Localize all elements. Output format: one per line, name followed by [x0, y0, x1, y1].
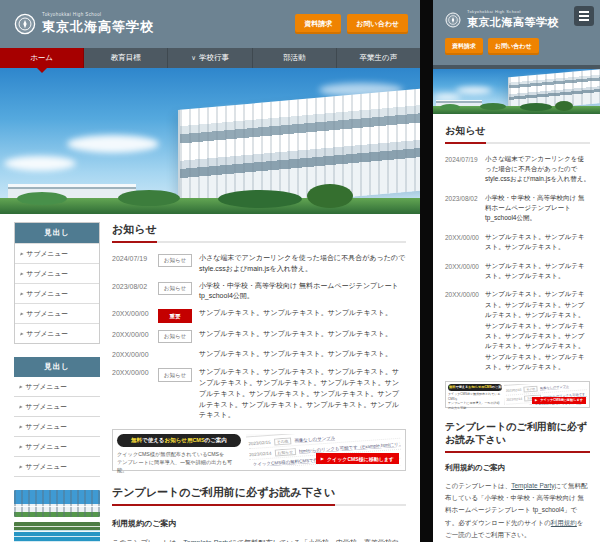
- school-crest-icon: [445, 12, 461, 28]
- submenu-label: サブメニュー: [26, 289, 68, 299]
- site-brand[interactable]: Tokyohokkai High School 東京北海高等学校: [445, 9, 590, 30]
- cms-pill-badge: 無料で使えるお知らせ用CMSのご案内: [448, 384, 502, 391]
- nav-label: 卒業生の声: [360, 53, 398, 63]
- cms-description: クイックCMS様が無償配布されているCMSを テンプレートに簡単導入、一覧や詳細…: [117, 450, 241, 474]
- news-date: 20XX/00/00: [112, 367, 158, 379]
- cms-screenshot: 2023/02/15その他画像なしのサンプル 2023/02/14お知らせhtm…: [504, 384, 587, 405]
- news-list: 2024/07/19 小さな端末でアンカーリンクを使った場合に不具合があったので…: [445, 154, 590, 373]
- request-docs-button[interactable]: 資料請求: [445, 38, 483, 55]
- site-name-ja: 東京北海高等学校: [42, 18, 154, 36]
- news-text: 小学校・中学校・高等学校向け 無料ホームページテンプレート tp_school4…: [199, 281, 406, 303]
- arrow-right-icon: ▶: [20, 251, 23, 256]
- terms-paragraph: このテンプレートは、Template Partyにて無料配布している「小学校・中…: [112, 537, 406, 542]
- bush-graphic: [440, 104, 460, 110]
- terms-of-use-link[interactable]: 利用規約: [551, 519, 577, 526]
- cms-banner[interactable]: 無料で使えるお知らせ用CMSのご案内 クイックCMS様が無償配布されているCMS…: [112, 429, 406, 471]
- sidebar-submenu-item[interactable]: ▶サブメニュー: [14, 397, 100, 417]
- nav-item-education-goals[interactable]: 教育目標: [84, 48, 168, 68]
- sidebar-submenu-item[interactable]: ▶サブメニュー: [14, 457, 100, 477]
- sidebar-submenu-item[interactable]: ▶サブメニュー: [14, 437, 100, 457]
- cms-link-button[interactable]: ▶クイックCMS様に移動します: [532, 397, 586, 404]
- news-text: サンプルテキスト。サンプルテキスト。サンプルテキスト。: [485, 232, 590, 253]
- cms-link-button[interactable]: ▶クイックCMS様に移動します: [316, 453, 399, 464]
- cms-banner-left: 無料で使えるお知らせ用CMSのご案内 クイックCMS様が無償配布されているCMS…: [448, 384, 502, 405]
- news-date: 20XX/00/00: [112, 329, 158, 341]
- terms-subheading: 利用規約のご案内: [112, 518, 406, 529]
- sidebar-submenu-item[interactable]: ▶サブメニュー: [15, 283, 99, 303]
- sidebar-heading: 見出し: [14, 357, 100, 377]
- mobile-site-header: Tokyohokkai High School 東京北海高等学校 資料請求 お問…: [433, 0, 600, 65]
- arrow-right-icon: ▶: [19, 404, 22, 409]
- desktop-view: Tokyohokkai High School 東京北海高等学校 資料請求 お問…: [0, 0, 420, 542]
- arrow-right-icon: ▶: [19, 464, 22, 469]
- news-text: 小さな端末でアンカーリンクを使った場合に不具合があったのでstyle.cssおよ…: [199, 253, 406, 275]
- bush-graphic: [480, 103, 506, 110]
- news-row: 20XX/00/00 サンプルテキスト。サンプルテキスト。サンプルテキスト。: [445, 232, 590, 253]
- nav-item-school-events[interactable]: ∨学校行事: [168, 48, 252, 68]
- sidebar-submenu-item[interactable]: ▶サブメニュー: [15, 243, 99, 263]
- site-brand[interactable]: Tokyohokkai High School 東京北海高等学校: [14, 12, 154, 36]
- news-row: 2024/07/19 お知らせ 小さな端末でアンカーリンクを使った場合に不具合が…: [112, 253, 406, 275]
- news-row: 20XX/00/00 サンプルテキスト。サンプルテキスト。サンプルテキスト。: [112, 349, 406, 361]
- nav-label: 教育目標: [111, 53, 141, 63]
- cms-pill-badge: 無料で使えるお知らせ用CMSのご案内: [117, 434, 241, 447]
- submenu-label: サブメニュー: [26, 329, 68, 339]
- arrow-right-icon: ▶: [20, 271, 23, 276]
- sidebar: 見出し ▶サブメニュー ▶サブメニュー ▶サブメニュー ▶サブメニュー ▶サブメ…: [14, 222, 100, 542]
- bush-graphic: [118, 190, 180, 206]
- cms-banner-left: 無料で使えるお知らせ用CMSのご案内 クイックCMS様が無償配布されているCMS…: [117, 434, 241, 466]
- sidebar-submenu-item[interactable]: ▶サブメニュー: [14, 417, 100, 437]
- nav-label: 学校行事: [199, 53, 229, 63]
- submenu-label: サブメニュー: [25, 422, 67, 432]
- sidebar-submenu-item[interactable]: ▶サブメニュー: [14, 377, 100, 397]
- sidebar-submenu-item[interactable]: ▶サブメニュー: [15, 263, 99, 283]
- sidebar-menu-block-2: 見出し ▶サブメニュー ▶サブメニュー ▶サブメニュー ▶サブメニュー ▶サブメ…: [14, 357, 100, 477]
- play-icon: ▶: [321, 456, 324, 461]
- news-date: 20XX/00/00: [112, 349, 158, 361]
- play-icon: ▶: [535, 398, 537, 402]
- news-text: 小学校・中学校・高等学校向け 無料ホームページテンプレート tp_school4…: [485, 193, 590, 224]
- contact-button[interactable]: お問い合わせ: [347, 14, 408, 34]
- news-row: 2024/07/19 小さな端末でアンカーリンクを使った場合に不具合があったので…: [445, 154, 590, 185]
- chevron-down-icon: ∨: [191, 54, 196, 62]
- cms-description: クイックCMS様が無償配布されているCMSを テンプレートに簡単導入、一覧や詳細…: [448, 392, 502, 410]
- school-building-graphic: [178, 88, 420, 212]
- nav-label: ホーム: [30, 53, 53, 63]
- terms-heading: テンプレートのご利用前に必ずお読み下さい: [112, 485, 406, 506]
- news-date: 20XX/00/00: [445, 261, 485, 272]
- template-party-link[interactable]: Template Party: [511, 482, 554, 489]
- submenu-label: サブメニュー: [25, 402, 67, 412]
- hamburger-menu-icon[interactable]: [574, 6, 594, 26]
- contact-button[interactable]: お問い合わせ: [488, 38, 539, 55]
- news-text: サンプルテキスト。サンプルテキスト。サンプルテキスト。: [199, 308, 406, 319]
- news-text: サンプルテキスト。サンプルテキスト。サンプルテキスト。サンプルテキスト。サンプル…: [199, 367, 406, 421]
- submenu-label: サブメニュー: [26, 309, 68, 319]
- news-date: 2024/07/19: [445, 154, 485, 165]
- cms-banner[interactable]: 無料で使えるお知らせ用CMSのご案内 クイックCMS様が無償配布されているCMS…: [445, 381, 590, 408]
- sidebar-submenu-item[interactable]: ▶サブメニュー: [15, 303, 99, 323]
- bush-graphic: [218, 190, 302, 208]
- hero-image: [0, 68, 420, 214]
- arrow-right-icon: ▶: [19, 444, 22, 449]
- arrow-right-icon: ▶: [20, 311, 23, 316]
- news-row: 20XX/00/00 お知らせ サンプルテキスト。サンプルテキスト。サンプルテキ…: [112, 367, 406, 421]
- news-date: 2023/08/02: [445, 193, 485, 204]
- cloud-graphic: [4, 156, 76, 171]
- terms-paragraph: このテンプレートは、Template Partyにて無料配布している「小学校・中…: [445, 480, 590, 542]
- sidebar-submenu-item[interactable]: ▶サブメニュー: [15, 323, 99, 343]
- news-badge: お知らせ: [158, 330, 192, 344]
- nav-item-home[interactable]: ホーム: [0, 48, 84, 68]
- news-date: 2023/08/02: [112, 281, 158, 293]
- arrow-right-icon: ▶: [20, 291, 23, 296]
- news-badge-important: 重要: [158, 309, 192, 323]
- mobile-view: Tokyohokkai High School 東京北海高等学校 資料請求 お問…: [433, 0, 600, 542]
- arrow-right-icon: ▶: [19, 384, 22, 389]
- request-docs-button[interactable]: 資料請求: [295, 14, 341, 34]
- nav-item-club-activities[interactable]: 部活動: [253, 48, 337, 68]
- news-text: サンプルテキスト。サンプルテキスト。サンプルテキスト。: [199, 349, 406, 360]
- nav-item-graduate-voices[interactable]: 卒業生の声: [337, 48, 420, 68]
- header-buttons: 資料請求 お問い合わせ: [445, 38, 590, 55]
- submenu-label: サブメニュー: [25, 462, 67, 472]
- mobile-main-content: お知らせ 2024/07/19 小さな端末でアンカーリンクを使った場合に不具合が…: [433, 114, 600, 542]
- terms-subheading: 利用規約のご案内: [445, 463, 590, 473]
